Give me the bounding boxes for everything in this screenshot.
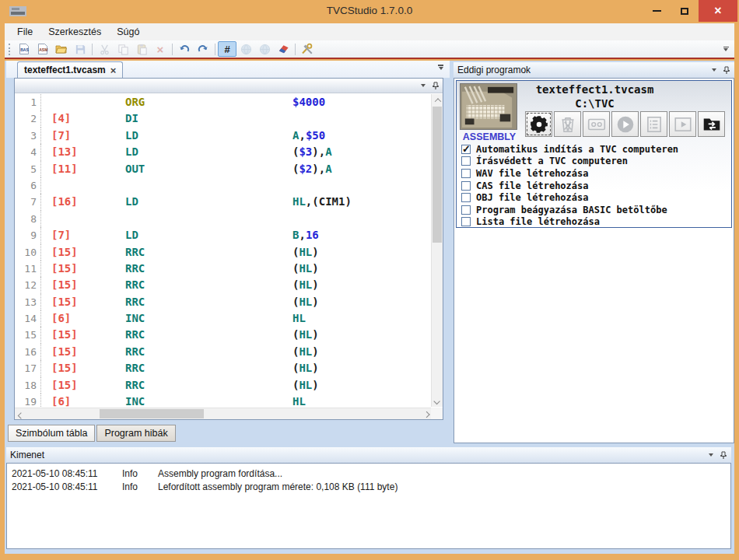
close-button[interactable]: ×: [699, 0, 737, 22]
sphere-button-1[interactable]: [236, 41, 255, 57]
code-line[interactable]: 15[15]RRC(HL): [16, 327, 430, 343]
code-line[interactable]: 6: [16, 177, 430, 194]
code-line[interactable]: 9[7]LDB,16: [16, 227, 430, 243]
gear-icon: [529, 114, 549, 135]
listing-button[interactable]: [640, 111, 667, 137]
chevron-down-icon[interactable]: [712, 68, 716, 72]
cassette-button[interactable]: [583, 111, 610, 137]
option-row: Automatikus indítás a TVC computeren: [461, 143, 728, 156]
operand-register: HL: [299, 296, 312, 308]
delete-button[interactable]: ×: [151, 41, 170, 57]
option-checkbox[interactable]: [461, 217, 471, 226]
horizontal-scrollbar[interactable]: [15, 408, 431, 419]
code-line[interactable]: 7[16]LDHL,(CIM1): [16, 194, 430, 210]
option-checkbox[interactable]: [461, 193, 471, 202]
code-line[interactable]: 10[15]RRC(HL): [16, 244, 430, 261]
code-line[interactable]: 13[15]RRC(HL): [16, 294, 430, 310]
operand-value: $50: [306, 129, 325, 142]
pin-icon[interactable]: [720, 451, 727, 460]
mnemonic: RRC: [125, 344, 145, 360]
run-circle-button[interactable]: [611, 111, 639, 137]
undo-button[interactable]: [175, 41, 194, 57]
paste-button[interactable]: [132, 41, 151, 57]
line-number: 9: [16, 227, 41, 243]
cassette-icon: [587, 114, 607, 135]
play-button[interactable]: [669, 111, 696, 137]
symbol-table-button[interactable]: Szimbólum tábla: [8, 425, 95, 442]
mnemonic: RRC: [125, 377, 145, 394]
scroll-down-button[interactable]: [432, 395, 443, 407]
code-line[interactable]: 2[4]DI: [16, 110, 430, 127]
vertical-scroll-thumb[interactable]: [433, 107, 442, 243]
line-numbers-toggle[interactable]: #: [218, 41, 236, 57]
toolbar-overflow-button[interactable]: [720, 47, 731, 52]
new-basic-file-button[interactable]: BAS: [15, 41, 33, 57]
mnemonic: RRC: [125, 277, 145, 293]
cut-button[interactable]: [95, 41, 114, 57]
option-checkbox[interactable]: [461, 156, 471, 166]
open-file-button[interactable]: [52, 41, 71, 57]
code-editor[interactable]: 1ORG$40002[4]DI3[7]LDA,$504[13]LD($3),A5…: [16, 94, 430, 407]
scroll-up-button[interactable]: [432, 94, 443, 106]
option-label: Írásvédett a TVC computeren: [476, 156, 628, 166]
program-actions: [525, 111, 725, 137]
line-number: 16: [16, 344, 41, 360]
eraser-button[interactable]: [274, 41, 292, 57]
horizontal-scroll-thumb[interactable]: [100, 409, 204, 418]
maximize-button[interactable]: [671, 0, 699, 22]
operand-register: A: [325, 163, 331, 175]
tab-overflow-button[interactable]: [438, 65, 443, 70]
option-checkbox[interactable]: [461, 145, 471, 154]
toolbar-separator: [172, 44, 173, 55]
operand-register: HL: [299, 328, 312, 341]
toolbar-grip[interactable]: [9, 44, 12, 55]
vertical-scrollbar[interactable]: [431, 94, 443, 407]
option-checkbox[interactable]: [461, 205, 471, 215]
delete-program-button[interactable]: [554, 111, 581, 137]
scroll-left-button[interactable]: [15, 408, 26, 420]
save-file-button[interactable]: [71, 41, 89, 57]
program-errors-button[interactable]: Program hibák: [96, 425, 175, 442]
settings-tools-button[interactable]: [298, 41, 317, 57]
tab-close-icon[interactable]: ×: [110, 65, 117, 75]
export-folder-button[interactable]: [698, 111, 725, 137]
build-settings-button[interactable]: [525, 111, 552, 137]
code-line[interactable]: 16[15]RRC(HL): [16, 344, 430, 360]
code-line[interactable]: 17[15]RRC(HL): [16, 360, 430, 376]
redo-button[interactable]: [194, 41, 212, 57]
minimize-button[interactable]: [643, 0, 671, 22]
sphere-button-2[interactable]: [255, 41, 274, 57]
mnemonic: RRC: [125, 261, 145, 277]
option-checkbox[interactable]: [461, 169, 471, 178]
chevron-down-icon[interactable]: [709, 453, 713, 457]
operands: ($3),A: [292, 144, 332, 160]
chevron-down-icon[interactable]: [421, 84, 426, 87]
new-assembly-file-button[interactable]: ASM: [33, 41, 52, 57]
code-line[interactable]: 19[6]INCHL: [16, 394, 430, 407]
mnemonic: LD: [125, 227, 138, 243]
line-number: 17: [16, 360, 41, 376]
menu-item-help[interactable]: Súgó: [109, 24, 147, 40]
code-line[interactable]: 4[13]LD($3),A: [16, 144, 430, 160]
code-line[interactable]: 1ORG$4000: [16, 94, 430, 110]
code-line[interactable]: 8: [16, 211, 430, 227]
tab-texteffect1[interactable]: texteffect1.tvcasm ×: [17, 61, 123, 78]
code-line[interactable]: 12[15]RRC(HL): [16, 277, 430, 293]
code-line[interactable]: 3[7]LDA,$50: [16, 128, 430, 144]
line-number: 14: [16, 310, 41, 327]
code-line[interactable]: 18[15]RRC(HL): [16, 377, 430, 394]
copy-button[interactable]: [114, 41, 132, 57]
scroll-right-button[interactable]: [419, 408, 431, 420]
code-line[interactable]: 5[11]OUT($2),A: [16, 161, 430, 177]
client-area: texteffect1.tvcasm × 1ORG$40002[4]DI3[7]…: [5, 61, 734, 554]
menu-item-file[interactable]: File: [9, 24, 40, 40]
program-item[interactable]: ASSEMBLY texteffect1.tvcasm C:\TVC Autom…: [456, 80, 732, 228]
option-checkbox[interactable]: [461, 181, 471, 191]
operand-value: $2: [299, 163, 312, 175]
code-line[interactable]: 14[6]INCHL: [16, 310, 430, 327]
pin-icon[interactable]: [432, 82, 440, 90]
code-line[interactable]: 11[15]RRC(HL): [16, 261, 430, 277]
pin-icon[interactable]: [723, 66, 730, 75]
menu-item-edit[interactable]: Szerkesztés: [40, 24, 109, 40]
editor-tabstrip: texteffect1.tvcasm ×: [6, 61, 450, 78]
